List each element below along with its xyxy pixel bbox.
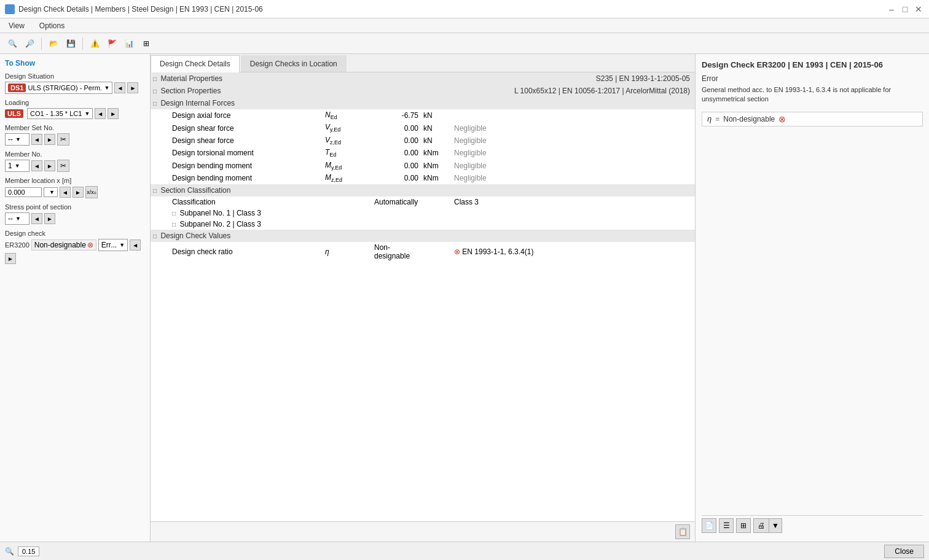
ds-prev-btn[interactable]: ◄ <box>114 82 125 93</box>
to-show-title: To Show <box>5 59 145 68</box>
copy-table-btn[interactable]: 📋 <box>675 524 690 539</box>
expand-section-icon[interactable]: □ <box>153 88 157 95</box>
member-no-next-btn[interactable]: ► <box>44 160 55 171</box>
loading-prev-btn[interactable]: ◄ <box>95 108 106 119</box>
menubar: View Options <box>0 18 929 33</box>
row-my-value: 0.00 <box>372 160 421 172</box>
member-no-scissors-btn[interactable]: ✂ <box>57 160 69 172</box>
right-table-btn[interactable]: ⊞ <box>736 518 751 533</box>
dc-number: ER3200 <box>5 241 29 249</box>
member-location-prev-btn[interactable]: ◄ <box>60 187 71 198</box>
warning-toolbar-btn[interactable]: ⚠️ <box>87 36 102 51</box>
row-vz-value: 0.00 <box>372 134 421 147</box>
row-vz-symbol: Vz,Ed <box>323 134 372 147</box>
save-toolbar-btn[interactable]: 💾 <box>63 36 78 51</box>
table-row: □ Subpanel No. 1 | Class 3 <box>151 208 695 219</box>
member-set-dropdown[interactable]: -- ▼ <box>5 133 29 146</box>
row-subpanel1: □ Subpanel No. 1 | Class 3 <box>151 208 323 219</box>
row-my-unit: kNm <box>421 160 452 172</box>
expand-toolbar-btn[interactable]: ⊞ <box>139 36 154 51</box>
stress-next-btn[interactable]: ► <box>44 213 55 224</box>
stress-prev-btn[interactable]: ◄ <box>31 213 42 224</box>
zoom-toolbar-btn[interactable]: 🔎 <box>22 36 37 51</box>
close-button[interactable]: ✕ <box>913 4 924 15</box>
member-no-dropdown[interactable]: 1 ▼ <box>5 160 29 172</box>
member-set-next-btn[interactable]: ► <box>44 134 55 145</box>
member-location-label: Member location x [m] <box>5 177 145 184</box>
graph-toolbar-btn[interactable]: 📊 <box>122 36 136 51</box>
table-row: Design bending moment My,Ed 0.00 kNm Neg… <box>151 160 695 172</box>
table-row: □ Subpanel No. 2 | Class 3 <box>151 219 695 230</box>
member-location-dropdown[interactable]: ▼ <box>44 187 58 197</box>
print-dropdown-arrow-icon: ▼ <box>772 521 779 530</box>
row-axial-value: -6.75 <box>372 109 421 122</box>
member-location-next-btn[interactable]: ► <box>73 187 84 198</box>
ds-next-btn[interactable]: ► <box>127 82 138 93</box>
row-class-unit <box>421 196 452 208</box>
flag-toolbar-btn[interactable]: 🚩 <box>104 36 119 51</box>
statusbar-search-icon[interactable]: 🔍 <box>5 547 14 556</box>
row-axial-unit: kN <box>421 109 452 122</box>
loading-dropdown[interactable]: CO1 - 1.35 * LC1 ▼ <box>27 108 93 119</box>
member-no-prev-btn[interactable]: ◄ <box>31 160 42 171</box>
expand-classification-icon[interactable]: □ <box>153 187 157 194</box>
member-set-no-label: Member Set No. <box>5 124 145 131</box>
member-no-label: Member No. <box>5 150 145 158</box>
result-close-icon[interactable]: ⊗ <box>778 114 786 124</box>
design-situation-dropdown[interactable]: DS1 ULS (STR/GEO) - Perm... ▼ <box>5 82 112 94</box>
tab-design-check-details[interactable]: Design Check Details <box>151 55 240 72</box>
row-class-name: Classification <box>151 196 323 208</box>
minimize-button[interactable]: – <box>886 4 897 15</box>
member-set-value: -- <box>8 135 13 144</box>
row-t-symbol: TEd <box>323 147 372 159</box>
table-row: □ Design Internal Forces <box>151 97 695 109</box>
center-panel: Design Check Details Design Checks in Lo… <box>151 54 696 542</box>
row-t-status: Negligible <box>452 147 695 159</box>
material-section-label: Material Properties <box>160 74 222 83</box>
right-list-btn[interactable]: ☰ <box>719 518 734 533</box>
loading-next-btn[interactable]: ► <box>108 108 119 119</box>
row-mz-unit: kNm <box>421 172 452 184</box>
classification-label: Section Classification <box>160 186 230 195</box>
app-icon <box>5 4 15 14</box>
expand-subpanel2-icon[interactable]: □ <box>172 221 176 228</box>
open-toolbar-btn[interactable]: 📂 <box>46 36 61 51</box>
member-location-input[interactable] <box>5 187 42 197</box>
print-btn[interactable]: 🖨 <box>753 518 769 533</box>
close-button-statusbar[interactable]: Close <box>884 545 924 558</box>
tab-design-checks-location[interactable]: Design Checks in Location <box>241 55 347 72</box>
row-dcr-symbol: η <box>323 242 372 262</box>
search-toolbar-btn[interactable]: 🔍 <box>5 36 20 51</box>
menu-view[interactable]: View <box>5 20 28 31</box>
dc-type-arrow-icon: ▼ <box>119 242 125 248</box>
dc-status-badge: Non-designable ⊗ <box>31 239 96 251</box>
print-dropdown-btn[interactable]: ▼ <box>769 518 782 533</box>
loading-arrow-icon: ▼ <box>84 111 90 117</box>
right-copy-btn[interactable]: 📄 <box>702 518 716 533</box>
right-error-label: Error <box>702 74 923 83</box>
member-location-scissors-btn[interactable]: x/x₀ <box>85 186 98 198</box>
right-title: Design Check ER3200 | EN 1993 | CEN | 20… <box>702 60 923 69</box>
dc-prev-btn[interactable]: ◄ <box>130 239 141 251</box>
row-vy-name: Design shear force <box>151 122 323 134</box>
row-my-symbol: My,Ed <box>323 160 372 172</box>
left-panel: To Show Design Situation DS1 ULS (STR/GE… <box>0 54 151 542</box>
expand-material-icon[interactable]: □ <box>153 76 157 82</box>
expand-subpanel1-icon[interactable]: □ <box>172 210 176 217</box>
table-row: Design torsional moment TEd 0.00 kNm Neg… <box>151 147 695 159</box>
member-set-prev-btn[interactable]: ◄ <box>31 134 42 145</box>
right-panel: Design Check ER3200 | EN 1993 | CEN | 20… <box>696 54 929 542</box>
dc-next-btn[interactable]: ► <box>5 253 16 264</box>
dc-error-icon: ⊗ <box>87 241 93 249</box>
statusbar: 🔍 0.15 Close <box>0 542 929 560</box>
table-row: □ Section Classification <box>151 184 695 196</box>
expand-internal-icon[interactable]: □ <box>153 100 157 107</box>
member-set-scissors-btn[interactable]: ✂ <box>57 133 69 146</box>
expand-dcv-icon[interactable]: □ <box>153 233 157 239</box>
row-vy-status: Negligible <box>452 122 695 134</box>
internal-forces-label: Design Internal Forces <box>160 99 235 107</box>
stress-point-dropdown[interactable]: -- ▼ <box>5 212 29 225</box>
menu-options[interactable]: Options <box>36 20 68 31</box>
maximize-button[interactable]: □ <box>900 4 911 15</box>
dc-type-dropdown[interactable]: Err... ▼ <box>98 239 128 251</box>
